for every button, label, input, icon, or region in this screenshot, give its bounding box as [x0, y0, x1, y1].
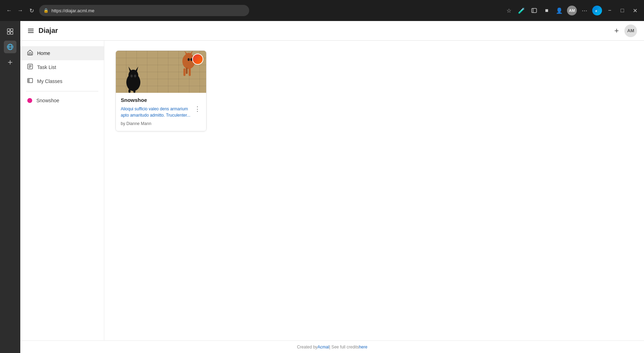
footer-brand-link[interactable]: Acmal: [317, 345, 329, 349]
browser-avatar[interactable]: AM: [567, 6, 577, 15]
footer-created-text: Created by: [297, 345, 317, 349]
close-button[interactable]: ✕: [630, 6, 640, 15]
svg-rect-16: [29, 53, 31, 55]
app-body: Home Task List: [20, 41, 644, 340]
header-right: + AM: [614, 25, 637, 37]
sidebar-item-tasklist-label: Task List: [37, 64, 56, 70]
add-button[interactable]: +: [614, 26, 619, 35]
footer-credits-link[interactable]: here: [359, 345, 368, 349]
svg-rect-39: [133, 89, 135, 93]
svg-marker-37: [135, 67, 138, 72]
svg-rect-6: [7, 32, 10, 34]
svg-text:e: e: [595, 9, 597, 13]
hamburger-button[interactable]: [27, 27, 34, 34]
svg-rect-4: [7, 29, 10, 31]
minimize-button[interactable]: −: [605, 6, 615, 15]
svg-point-41: [134, 75, 136, 77]
sidebar-item-snowshoe[interactable]: Snowshoe: [20, 94, 104, 107]
browser-sidebar-globe-icon[interactable]: [4, 41, 16, 53]
browser-chrome: ← → ↻ 🔒 https://diajar.acml.me ☆ 🧪 ■ 👤 A…: [0, 0, 644, 21]
url-text: https://diajar.acml.me: [51, 8, 94, 13]
card-description: Alioqui sufficio valeo dens armarium apt…: [121, 106, 191, 118]
task-icon: [27, 64, 33, 71]
sidebar-item-home[interactable]: Home: [20, 46, 104, 60]
classes-icon: [27, 78, 33, 85]
sidebar-item-tasklist[interactable]: Task List: [20, 60, 104, 74]
maximize-button[interactable]: □: [617, 6, 627, 15]
extensions-icon[interactable]: 🧪: [517, 6, 526, 15]
profile-icon[interactable]: 👤: [554, 6, 564, 15]
browser-sidebar-tabs-icon[interactable]: [4, 25, 16, 38]
svg-marker-36: [128, 67, 132, 72]
app-container: Diajar + AM Home: [20, 21, 644, 353]
back-button[interactable]: ←: [4, 6, 14, 15]
sidebar-item-snowshoe-label: Snowshoe: [36, 98, 59, 103]
lock-icon: 🔒: [43, 8, 49, 13]
svg-rect-7: [10, 32, 13, 34]
address-bar[interactable]: 🔒 https://diajar.acml.me: [39, 5, 249, 16]
svg-rect-38: [128, 89, 131, 93]
more-icon[interactable]: ⋯: [580, 6, 589, 15]
browser-nav-buttons: ← → ↻: [4, 6, 36, 15]
svg-rect-21: [28, 78, 33, 83]
app-title: Diajar: [38, 27, 58, 35]
card-desc-row: Alioqui sufficio valeo dens armarium apt…: [121, 106, 201, 118]
browser-toolbar-right: ☆ 🧪 ■ 👤 AM ⋯ e: [504, 6, 640, 15]
card-title: Snowshoe: [121, 97, 201, 103]
snowshoe-dot: [27, 98, 32, 103]
edge-icon: e: [592, 6, 602, 15]
black-cat: [123, 65, 147, 93]
left-nav: Home Task List: [20, 41, 104, 340]
svg-rect-30: [189, 68, 191, 76]
app-footer: Created by Acmal | See full credits here: [20, 340, 644, 353]
user-avatar[interactable]: AM: [624, 25, 637, 37]
card-menu-button[interactable]: ⋮: [194, 106, 201, 112]
browser-sidebar-add-icon[interactable]: [4, 56, 16, 69]
card-body: Snowshoe Alioqui sufficio valeo dens arm…: [116, 93, 206, 131]
svg-marker-28: [190, 51, 193, 54]
footer-middle-text: | See full credits: [329, 345, 359, 349]
forward-button[interactable]: →: [15, 6, 25, 15]
svg-rect-29: [183, 68, 186, 76]
svg-marker-27: [184, 51, 187, 54]
svg-point-40: [131, 75, 133, 77]
sidebar-item-myclasses[interactable]: My Classes: [20, 74, 104, 88]
card-teacher-avatar: [192, 54, 203, 65]
app-header: Diajar + AM: [20, 21, 644, 41]
svg-point-32: [188, 58, 190, 61]
svg-rect-31: [186, 68, 188, 74]
card-author: by Dianne Mann: [121, 121, 201, 126]
svg-point-26: [184, 53, 193, 63]
refresh-button[interactable]: ↻: [27, 6, 36, 15]
home-icon: [27, 50, 33, 57]
card-image: [116, 51, 206, 93]
sidebar-item-home-label: Home: [37, 50, 50, 56]
svg-rect-5: [10, 29, 13, 31]
sidebar-toggle-icon[interactable]: [529, 6, 539, 15]
favorites-icon[interactable]: ■: [542, 6, 552, 15]
sidebar-item-myclasses-label: My Classes: [37, 78, 62, 84]
browser-sidebar: [0, 21, 20, 353]
star-icon[interactable]: ☆: [504, 6, 514, 15]
main-content: Snowshoe Alioqui sufficio valeo dens arm…: [104, 41, 644, 340]
svg-rect-0: [532, 8, 537, 13]
class-card-snowshoe[interactable]: Snowshoe Alioqui sufficio valeo dens arm…: [115, 50, 206, 131]
